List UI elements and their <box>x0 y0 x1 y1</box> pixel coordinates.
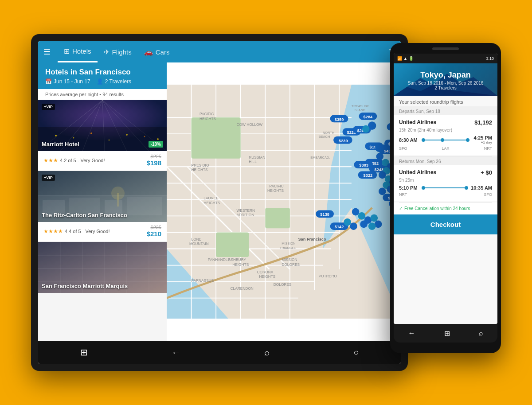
status-time: 3:10 <box>486 56 494 61</box>
svg-text:MISSION: MISSION <box>282 257 297 262</box>
status-icons: 📶 ▲ 🔋 <box>397 56 414 61</box>
rating-text-1: 4.2 of 5 - Very Good! <box>60 158 105 163</box>
svg-text:DOLORES: DOLORES <box>274 282 292 287</box>
hotel-image-1: +VIP Marriott Hotel -10% <box>38 100 167 151</box>
svg-text:DOLORES: DOLORES <box>282 262 300 267</box>
hotel-name-overlay-3: San Francisco Marriott Marquis <box>42 283 128 289</box>
selected-flights-label: Your selected roundtrip flights <box>394 96 497 106</box>
current-price-2: $210 <box>147 230 161 238</box>
hotel-card-1[interactable]: +VIP Marriott Hotel -10% ★★★ 4.2 of 5 - … <box>38 100 167 170</box>
phone-status-bar: 📶 ▲ 🔋 3:10 <box>394 54 497 63</box>
svg-text:$239: $239 <box>339 139 348 143</box>
search-button[interactable]: ⌕ <box>264 347 270 358</box>
phone-speaker <box>432 47 459 50</box>
svg-text:LONE: LONE <box>192 237 202 241</box>
hotel-card-2[interactable]: +VIP The Ritz-Carlton San Francisco ★★★★… <box>38 171 167 241</box>
svg-text:$322: $322 <box>364 173 373 178</box>
flight-line-1 <box>422 137 469 143</box>
sidebar-meta: 📅 Jun 15 - Jun 17 👤 2 Travelers <box>45 78 160 85</box>
airport-nrt: NRT <box>484 146 492 151</box>
sidebar-title: Hotels in San Francisco <box>45 68 160 77</box>
return-price: + $0 <box>481 169 492 176</box>
hotel-image-2: +VIP The Ritz-Carlton San Francisco <box>38 171 167 222</box>
outbound-duration: 15h 20m (2hr 40m layover) <box>399 128 492 132</box>
tablet-screen: ☰ ⊞ Hotels ✈ Flights 🚗 Cars ▽ <box>38 41 401 364</box>
svg-text:$248: $248 <box>375 167 384 172</box>
phone-back-button[interactable]: ← <box>408 329 415 337</box>
original-price-2: $235 <box>147 225 161 230</box>
free-cancel: ✓ Free Cancellation within 24 hours <box>394 202 497 214</box>
svg-text:POTRERO: POTRERO <box>319 274 337 278</box>
svg-rect-22 <box>127 197 162 215</box>
svg-text:$359: $359 <box>335 117 344 122</box>
outbound-price: $1,192 <box>474 119 492 126</box>
svg-text:NORTH: NORTH <box>323 131 334 135</box>
phone-date-range: Sun, Sep 18 2016 - Mon, Sep 26 2016 <box>399 81 492 86</box>
calendar-icon: 📅 <box>45 78 52 85</box>
svg-text:LAUREL: LAUREL <box>203 196 218 200</box>
svg-rect-60 <box>192 117 241 159</box>
svg-rect-24 <box>117 193 119 206</box>
svg-point-13 <box>126 134 128 136</box>
rating-row-1: ★★★ 4.2 of 5 - Very Good! <box>43 157 105 164</box>
svg-text:HEIGHTS: HEIGHTS <box>192 167 208 172</box>
circle-button[interactable]: ○ <box>353 347 359 358</box>
back-button[interactable]: ← <box>172 347 180 358</box>
discount-badge-1: -10% <box>149 141 163 148</box>
svg-rect-62 <box>265 208 290 228</box>
return-flight-card[interactable]: United Airlines + $0 9h 25m 5:10 PM 10:3… <box>394 165 497 201</box>
svg-text:HEIGHTS: HEIGHTS <box>267 188 284 193</box>
date-range: 📅 Jun 15 - Jun 17 <box>45 78 90 85</box>
svg-text:PRESIDIO: PRESIDIO <box>192 163 209 167</box>
airport-sfo-return: SFO <box>484 192 492 197</box>
svg-text:HILL: HILL <box>249 160 257 164</box>
airport-sfo: SFO <box>399 146 407 151</box>
results-subtitle: Prices average per night • 94 results <box>38 89 167 100</box>
hotel-info-2: ★★★★ 4.4 of 5 - Very Good! $235 $210 <box>38 222 167 241</box>
svg-text:HEIGHTS: HEIGHTS <box>259 274 275 279</box>
returns-label: Returns Mon, Sep 26 <box>394 156 497 165</box>
outbound-arrive-time: 4:25 PM +1 day <box>472 135 492 144</box>
hotel-card-3[interactable]: San Francisco Marriott Marquis <box>38 242 167 293</box>
svg-text:PARNASSUS: PARNASSUS <box>192 278 214 283</box>
phone-windows-button[interactable]: ⊞ <box>444 329 450 338</box>
svg-text:TREASURE: TREASURE <box>352 104 369 108</box>
outbound-airports: SFO LAX NRT <box>399 146 492 151</box>
windows-button[interactable]: ⊞ <box>80 347 88 358</box>
hotel-price-2: $235 $210 <box>147 225 161 238</box>
hotel-image-3: San Francisco Marriott Marquis <box>38 242 167 293</box>
departs-label: Departs Sun, Sep 18 <box>394 106 497 115</box>
airport-lax: LAX <box>442 146 450 151</box>
original-price-1: $225 <box>147 154 161 159</box>
tab-cars[interactable]: 🚗 Cars <box>138 41 176 62</box>
tab-flights[interactable]: ✈ Flights <box>98 41 138 62</box>
wifi-icon: ▲ <box>403 56 407 61</box>
outbound-flight-card[interactable]: United Airlines $1,192 15h 20m (2hr 40m … <box>394 115 497 155</box>
svg-point-159 <box>360 221 368 228</box>
svg-text:HEIGHTS: HEIGHTS <box>200 117 216 121</box>
svg-text:$284: $284 <box>364 115 373 119</box>
return-depart-time: 5:10 PM <box>399 185 419 191</box>
airport-nrt-return: NRT <box>399 192 407 197</box>
return-arrive-time: 10:35 AM <box>471 185 492 191</box>
checkout-button[interactable]: Checkout <box>394 214 497 234</box>
svg-rect-61 <box>216 232 249 257</box>
phone-search-button[interactable]: ⌕ <box>479 329 483 337</box>
person-icon: 👤 <box>97 78 103 85</box>
svg-text:$138: $138 <box>320 212 329 217</box>
tab-hotels[interactable]: ⊞ Hotels <box>58 41 98 62</box>
svg-point-12 <box>109 140 110 141</box>
svg-text:PACIFIC: PACIFIC <box>200 112 214 116</box>
phone-body: Your selected roundtrip flights Departs … <box>394 96 497 324</box>
phone-city: Tokyo, Japan <box>399 70 492 80</box>
svg-text:PACIFIC: PACIFIC <box>270 184 284 188</box>
phone-screen: 📶 ▲ 🔋 3:10 Tokyo, Japan Sun, Sep 18 2016… <box>394 54 497 324</box>
hamburger-icon[interactable]: ☰ <box>43 47 51 57</box>
svg-text:ISLAND: ISLAND <box>353 108 365 112</box>
svg-point-11 <box>90 132 92 134</box>
stars-2: ★★★★ <box>43 228 63 234</box>
svg-point-154 <box>358 212 366 220</box>
flights-icon: ✈ <box>104 48 110 56</box>
svg-text:ASHBURY: ASHBURY <box>228 257 246 262</box>
current-price-1: $198 <box>147 159 161 167</box>
